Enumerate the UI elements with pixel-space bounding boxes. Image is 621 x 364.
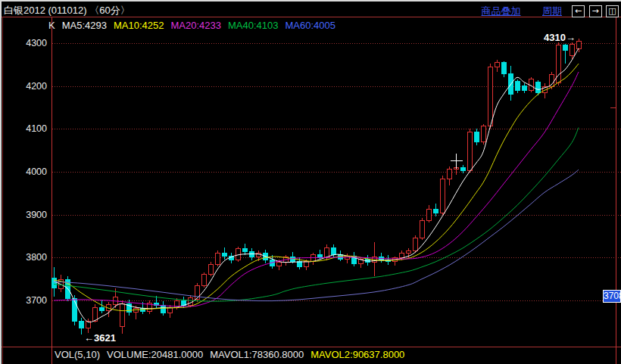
arrow-right-icon: → bbox=[591, 6, 598, 16]
crosshair-marker bbox=[451, 154, 463, 169]
y-axis-label: 4000 bbox=[0, 166, 47, 177]
chart-window: 白银2012 (011012) 〈60分〉 商品叠加 周期 ← → ◫ 4300… bbox=[0, 0, 621, 364]
ma-value: MA10:4252 bbox=[114, 20, 164, 31]
low-value: 3621 bbox=[94, 332, 116, 344]
window-top-border bbox=[0, 0, 621, 2]
indicator-header: KMA5:4293MA10:4252MA20:4233MA40:4103MA60… bbox=[48, 20, 349, 31]
y-axis-label: 4100 bbox=[0, 123, 47, 134]
y-axis-label: 3700 bbox=[0, 295, 47, 306]
ma-value: MA40:4103 bbox=[228, 20, 279, 31]
title-bar: 白银2012 (011012) 〈60分〉 商品叠加 周期 ← → ◫ bbox=[0, 2, 621, 17]
high-value: 4310 bbox=[544, 32, 566, 43]
split-view-button[interactable]: ◫ bbox=[606, 5, 619, 17]
next-button[interactable]: → bbox=[589, 5, 602, 17]
low-annotation: ←3621 bbox=[84, 332, 116, 344]
prev-button[interactable]: ← bbox=[572, 5, 585, 17]
k-label: K bbox=[48, 20, 55, 31]
chart-title: 白银2012 (011012) 〈60分〉 bbox=[4, 4, 130, 17]
y-axis-label: 3900 bbox=[0, 210, 47, 220]
arrow-left-icon: ← bbox=[575, 6, 582, 16]
ma-line-ma20 bbox=[54, 72, 579, 306]
candlestick-chart[interactable] bbox=[0, 0, 621, 364]
window-left-border bbox=[0, 0, 2, 364]
annot-arrow-left-icon: ← bbox=[84, 332, 94, 344]
nav-buttons: ← → ◫ bbox=[571, 3, 619, 17]
ma-value: MA5:4293 bbox=[62, 20, 107, 31]
y-axis-label: 4300 bbox=[0, 38, 47, 48]
last-price-tag: 3708 bbox=[603, 290, 621, 303]
volume-value: VOL(5,10) bbox=[55, 349, 100, 360]
period-link[interactable]: 周期 bbox=[542, 5, 562, 17]
volume-value: VOLUME:20481.0000 bbox=[107, 349, 203, 360]
ma-value: MA20:4233 bbox=[170, 20, 221, 31]
volume-header: VOL(5,10)VOLUME:20481.0000MAVOL1:78360.8… bbox=[55, 349, 418, 360]
y-axis-label: 4200 bbox=[0, 81, 47, 92]
ma-lines-layer bbox=[54, 48, 579, 322]
ma-line-ma5 bbox=[54, 48, 579, 322]
volume-value: MAVOL2:90637.8000 bbox=[310, 349, 404, 360]
volume-value: MAVOL1:78360.8000 bbox=[210, 349, 304, 360]
annot-arrow-right-icon: → bbox=[566, 32, 576, 43]
split-view-icon: ◫ bbox=[608, 6, 616, 16]
ma-line-ma10 bbox=[54, 64, 579, 310]
ma-line-ma40 bbox=[54, 128, 579, 302]
toolbar-links: 商品叠加 周期 bbox=[463, 4, 562, 18]
y-axis-label: 3800 bbox=[0, 252, 47, 263]
ma-value: MA60:4005 bbox=[285, 20, 335, 31]
high-annotation: 4310→ bbox=[541, 32, 576, 43]
overlay-link[interactable]: 商品叠加 bbox=[482, 5, 521, 17]
ma-line-ma60 bbox=[54, 170, 579, 300]
